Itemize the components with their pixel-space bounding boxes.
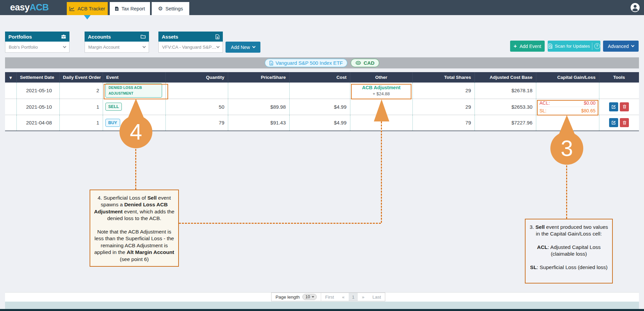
delete-event-button[interactable] xyxy=(620,118,629,127)
capital-gain-loss-cell xyxy=(536,115,599,131)
other-cell xyxy=(350,115,412,131)
svg-text:$: $ xyxy=(217,36,218,39)
plus-icon: + xyxy=(513,43,517,50)
scan-for-updates-button[interactable]: Scan for Updates ? xyxy=(548,41,600,52)
edit-event-button[interactable] xyxy=(609,102,618,111)
table-row: 2021-05-10 1 SELL 50 $89.98 $4.99 29 $26… xyxy=(5,99,639,115)
edit-event-button[interactable] xyxy=(609,118,618,127)
pagination-first[interactable]: First xyxy=(321,293,338,301)
pencil-edit-icon xyxy=(611,104,616,109)
delete-event-button[interactable] xyxy=(620,102,629,111)
marker-3-number: 3 xyxy=(561,136,573,161)
event-badge-sell: SELL xyxy=(105,103,122,111)
asset-select[interactable]: VFV:CA - Vanguard S&P 50 xyxy=(158,42,223,53)
active-tab-pointer xyxy=(84,15,91,19)
chevron-down-icon xyxy=(631,44,634,47)
tab-label: ACB Tracker xyxy=(78,6,105,11)
advanced-label: Advanced xyxy=(608,44,629,49)
capital-gain-loss-cell: ACL: $0.00 SL: $80.65 xyxy=(536,99,599,115)
app-window: easyACB ACB Tracker Tax Report ⚙ Setting… xyxy=(0,0,644,311)
logo-acb: ACB xyxy=(30,2,49,12)
table-header-row: ▾ Settlement Date Daily Event Order Even… xyxy=(5,72,639,83)
price-share xyxy=(228,83,289,99)
daily-event-order: 1 xyxy=(59,115,103,131)
add-new-button[interactable]: Add New xyxy=(226,42,260,53)
note-4-paragraph-1: 4. Superficial Loss of Sell event spawns… xyxy=(94,195,175,222)
tab-label: Tax Report xyxy=(121,6,145,11)
dashed-connector-horizontal xyxy=(179,223,381,224)
sort-caret-icon[interactable]: ▾ xyxy=(5,72,16,83)
col-capital-gain-loss: Capital Gain/Loss xyxy=(536,72,599,83)
help-icon[interactable]: ? xyxy=(594,43,600,49)
daily-event-order: 2 xyxy=(59,83,103,99)
tools-cell xyxy=(599,99,639,115)
accounts-panel-header: Accounts xyxy=(85,32,149,42)
tab-acb-tracker[interactable]: ACB Tracker xyxy=(67,2,108,15)
events-table: ▾ Settlement Date Daily Event Order Even… xyxy=(5,72,639,131)
tab-settings[interactable]: ⚙ Settings xyxy=(152,2,189,15)
acl-label: ACL: xyxy=(540,100,550,106)
adjusted-cost-base: $7227.96 xyxy=(475,115,536,131)
asset-name-badge[interactable]: $ Vanguard S&P 500 Index ETF xyxy=(265,59,347,67)
row-caret-cell xyxy=(5,83,16,99)
pagination-prev[interactable]: « xyxy=(338,293,349,301)
app-logo: easyACB xyxy=(10,0,49,15)
asset-name-label: Vanguard S&P 500 Index ETF xyxy=(276,60,343,66)
selected-asset-strip: $ Vanguard S&P 500 Index ETF CAD xyxy=(5,57,639,68)
col-cost: Cost xyxy=(289,72,350,83)
chevron-down-icon xyxy=(252,45,255,48)
footer-dark-bar xyxy=(0,309,644,311)
col-price-share: Price/Share xyxy=(228,72,289,83)
table-row: 2021-04-08 1 BUY 79 $91.43 $4.99 79 $722… xyxy=(5,115,639,131)
sl-label: SL: xyxy=(540,108,547,113)
event-badge-buy: BUY xyxy=(105,119,120,127)
daily-event-order: 1 xyxy=(59,99,103,115)
pagination-page-1[interactable]: 1 xyxy=(349,293,358,301)
button-divider xyxy=(592,43,592,50)
folder-icon xyxy=(141,35,146,39)
account-selected-value: Margin Account xyxy=(88,45,119,50)
note-3-paragraph-1: 3. Sell event produced two values in the… xyxy=(529,224,609,238)
account-select[interactable]: Margin Account xyxy=(85,42,149,53)
acl-line: ACL: $0.00 xyxy=(538,99,597,107)
tab-tax-report[interactable]: Tax Report xyxy=(110,2,150,15)
settlement-date: 2021-04-08 xyxy=(16,115,59,131)
col-tools: Tools xyxy=(599,72,639,83)
chevron-down-icon xyxy=(216,45,220,48)
event-cell: DENIED LOSS ACB ADJUSTMENT xyxy=(103,83,165,99)
footer-light-strip xyxy=(5,302,639,309)
add-event-button[interactable]: + Add Event xyxy=(510,41,545,52)
col-daily-event-order: Daily Event Order xyxy=(59,72,103,83)
assets-title: Assets xyxy=(162,34,178,40)
total-shares: 29 xyxy=(412,83,475,99)
col-event: Event xyxy=(103,72,165,83)
chevron-down-icon xyxy=(63,45,66,48)
advanced-button[interactable]: Advanced xyxy=(603,41,639,52)
note-3-paragraph-2: ACL: Adjusted Capital Loss (claimable lo… xyxy=(529,244,609,258)
add-new-label: Add New xyxy=(231,45,250,50)
pagination-next[interactable]: » xyxy=(358,293,368,301)
accounts-title: Accounts xyxy=(88,34,111,40)
portfolio-selected-value: Bob's Portfolio xyxy=(9,45,38,50)
total-shares: 29 xyxy=(412,99,475,115)
top-header-bar: easyACB ACB Tracker Tax Report ⚙ Setting… xyxy=(0,0,644,15)
row-caret-cell xyxy=(5,99,16,115)
other-cell xyxy=(350,99,412,115)
chart-line-icon xyxy=(69,6,75,11)
user-account-icon[interactable] xyxy=(630,3,640,12)
portfolios-panel-header: Portfolios xyxy=(5,32,69,42)
col-adjusted-cost-base: Adjusted Cost Base xyxy=(475,72,536,83)
briefcase-icon xyxy=(61,35,66,39)
sl-value: $80.65 xyxy=(581,108,596,113)
pagination-last[interactable]: Last xyxy=(368,293,385,301)
page-length-select[interactable]: 10 xyxy=(302,294,317,300)
col-settlement-date: Settlement Date xyxy=(16,72,59,83)
portfolio-select[interactable]: Bob's Portfolio xyxy=(5,42,69,53)
note-4-box: 4. Superficial Loss of Sell event spawns… xyxy=(90,190,179,267)
col-quantity: Quantity xyxy=(165,72,228,83)
add-event-label: Add Event xyxy=(519,44,541,49)
cost xyxy=(289,83,350,99)
pencil-edit-icon xyxy=(611,120,616,125)
currency-badge[interactable]: CAD xyxy=(351,59,379,67)
page-length-label: Page length xyxy=(271,295,302,300)
